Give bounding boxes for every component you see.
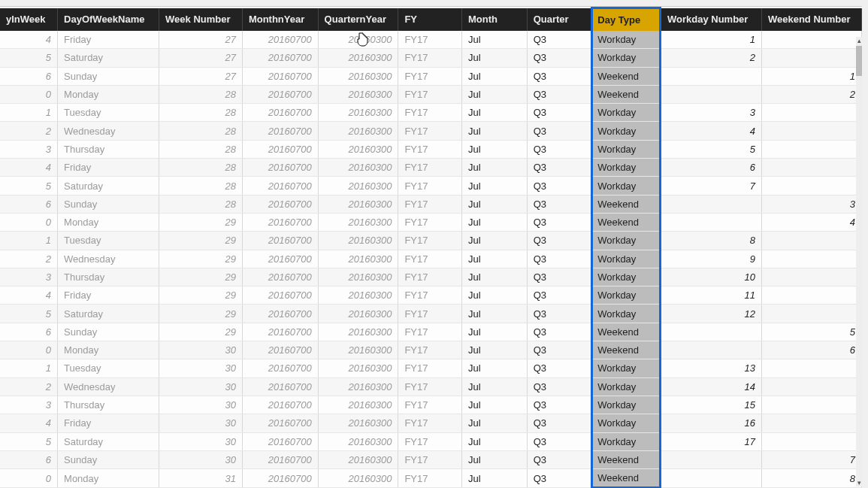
cell-monthnYear[interactable]: 20160700 <box>242 414 318 432</box>
cell-workdayNum[interactable] <box>660 323 761 341</box>
cell-monthnYear[interactable]: 20160700 <box>242 359 318 377</box>
cell-dayName[interactable]: Monday <box>58 213 159 231</box>
cell-monthnYear[interactable]: 20160700 <box>242 140 318 158</box>
cell-workdayNum[interactable]: 15 <box>660 396 761 414</box>
cell-fy[interactable]: FY17 <box>398 232 462 250</box>
cell-dayInWeek[interactable]: 2 <box>0 122 58 140</box>
cell-quarternYear[interactable]: 20160300 <box>318 140 398 158</box>
cell-fy[interactable]: FY17 <box>398 286 462 305</box>
cell-monthnYear[interactable]: 20160700 <box>242 85 318 103</box>
cell-dayType[interactable]: Workday <box>592 250 661 268</box>
cell-dayInWeek[interactable]: 2 <box>0 250 58 268</box>
cell-monthnYear[interactable]: 20160700 <box>242 396 318 414</box>
cell-quarternYear[interactable]: 20160300 <box>318 67 398 85</box>
cell-fy[interactable]: FY17 <box>398 177 462 195</box>
cell-quarternYear[interactable]: 20160300 <box>318 469 398 488</box>
cell-workdayNum[interactable]: 17 <box>660 432 761 450</box>
cell-quarter[interactable]: Q3 <box>527 377 592 396</box>
table-row[interactable]: 2Wednesday292016070020160300FY17JulQ3Wor… <box>0 250 862 268</box>
cell-weekendNum[interactable]: 2 <box>761 85 861 103</box>
cell-workdayNum[interactable]: 9 <box>660 250 761 268</box>
cell-dayInWeek[interactable]: 6 <box>0 323 58 341</box>
cell-workdayNum[interactable] <box>660 195 761 213</box>
cell-dayType[interactable]: Workday <box>592 122 661 140</box>
cell-workdayNum[interactable]: 5 <box>660 140 761 158</box>
cell-fy[interactable]: FY17 <box>398 195 462 213</box>
cell-weekNum[interactable]: 28 <box>159 104 243 122</box>
cell-dayInWeek[interactable]: 6 <box>0 195 58 213</box>
cell-quarternYear[interactable]: 20160300 <box>318 232 398 250</box>
cell-quarter[interactable]: Q3 <box>527 195 592 213</box>
cell-fy[interactable]: FY17 <box>398 450 462 468</box>
cell-weekendNum[interactable]: 8 <box>761 469 861 488</box>
cell-month[interactable]: Jul <box>462 268 528 286</box>
cell-quarter[interactable]: Q3 <box>527 450 592 468</box>
cell-month[interactable]: Jul <box>462 323 528 341</box>
cell-dayName[interactable]: Tuesday <box>58 359 159 377</box>
cell-dayType[interactable]: Weekend <box>592 341 661 359</box>
vertical-scrollbar[interactable]: ▴ ▾ <box>856 37 862 486</box>
cell-quarter[interactable]: Q3 <box>527 286 592 305</box>
table-row[interactable]: 1Tuesday292016070020160300FY17JulQ3Workd… <box>0 232 862 250</box>
cell-quarternYear[interactable]: 20160300 <box>318 341 398 359</box>
cell-dayName[interactable]: Saturday <box>58 432 159 450</box>
cell-dayInWeek[interactable]: 5 <box>0 177 58 195</box>
cell-dayName[interactable]: Sunday <box>58 67 159 85</box>
cell-dayType[interactable]: Workday <box>592 140 661 158</box>
cell-weekNum[interactable]: 29 <box>159 286 243 305</box>
cell-month[interactable]: Jul <box>462 232 528 250</box>
cell-quarternYear[interactable]: 20160300 <box>318 359 398 377</box>
cell-fy[interactable]: FY17 <box>398 67 462 85</box>
cell-dayInWeek[interactable]: 2 <box>0 377 58 396</box>
cell-quarternYear[interactable]: 20160300 <box>318 250 398 268</box>
cell-workdayNum[interactable]: 4 <box>660 122 761 140</box>
cell-quarternYear[interactable]: 20160300 <box>318 286 398 305</box>
cell-month[interactable]: Jul <box>462 396 528 414</box>
cell-weekNum[interactable]: 29 <box>159 323 243 341</box>
column-header-dayName[interactable]: DayOfWeekName <box>58 8 159 31</box>
cell-monthnYear[interactable]: 20160700 <box>242 450 318 468</box>
cell-workdayNum[interactable]: 1 <box>660 31 761 49</box>
cell-quarternYear[interactable]: 20160300 <box>318 414 398 432</box>
cell-weekendNum[interactable] <box>761 177 861 195</box>
table-row[interactable]: 2Wednesday302016070020160300FY17JulQ3Wor… <box>0 377 862 396</box>
cell-weekendNum[interactable]: 7 <box>761 450 861 468</box>
cell-fy[interactable]: FY17 <box>398 305 462 323</box>
cell-dayType[interactable]: Workday <box>592 396 661 414</box>
cell-month[interactable]: Jul <box>462 250 528 268</box>
cell-monthnYear[interactable]: 20160700 <box>242 195 318 213</box>
cell-weekendNum[interactable] <box>761 49 861 67</box>
cell-fy[interactable]: FY17 <box>398 359 462 377</box>
cell-dayName[interactable]: Tuesday <box>58 104 159 122</box>
cell-quarternYear[interactable]: 20160300 <box>318 450 398 468</box>
cell-workdayNum[interactable] <box>660 67 761 85</box>
cell-dayName[interactable]: Monday <box>58 85 159 103</box>
column-header-workdayNum[interactable]: Workday Number <box>660 8 761 31</box>
cell-weekNum[interactable]: 28 <box>159 159 243 177</box>
cell-quarter[interactable]: Q3 <box>527 359 592 377</box>
cell-monthnYear[interactable]: 20160700 <box>242 49 318 67</box>
cell-dayInWeek[interactable]: 3 <box>0 396 58 414</box>
cell-workdayNum[interactable] <box>660 341 761 359</box>
cell-weekendNum[interactable] <box>761 31 861 49</box>
cell-dayName[interactable]: Tuesday <box>58 232 159 250</box>
table-row[interactable]: 0Monday312016070020160300FY17JulQ3Weeken… <box>0 469 862 488</box>
cell-month[interactable]: Jul <box>462 359 528 377</box>
cell-fy[interactable]: FY17 <box>398 414 462 432</box>
cell-weekNum[interactable]: 28 <box>159 177 243 195</box>
cell-weekNum[interactable]: 28 <box>159 85 243 103</box>
cell-weekNum[interactable]: 27 <box>159 49 243 67</box>
cell-quarter[interactable]: Q3 <box>527 67 592 85</box>
cell-dayInWeek[interactable]: 0 <box>0 213 58 231</box>
cell-quarter[interactable]: Q3 <box>527 305 592 323</box>
cell-quarter[interactable]: Q3 <box>527 250 592 268</box>
cell-monthnYear[interactable]: 20160700 <box>242 377 318 396</box>
cell-month[interactable]: Jul <box>462 140 528 158</box>
table-row[interactable]: 5Saturday292016070020160300FY17JulQ3Work… <box>0 305 862 323</box>
table-row[interactable]: 0Monday282016070020160300FY17JulQ3Weeken… <box>0 85 862 103</box>
table-row[interactable]: 5Saturday272016070020160300FY17JulQ3Work… <box>0 49 862 67</box>
cell-month[interactable]: Jul <box>462 432 528 450</box>
table-row[interactable]: 3Thursday282016070020160300FY17JulQ3Work… <box>0 140 862 158</box>
cell-monthnYear[interactable]: 20160700 <box>242 323 318 341</box>
cell-monthnYear[interactable]: 20160700 <box>242 67 318 85</box>
